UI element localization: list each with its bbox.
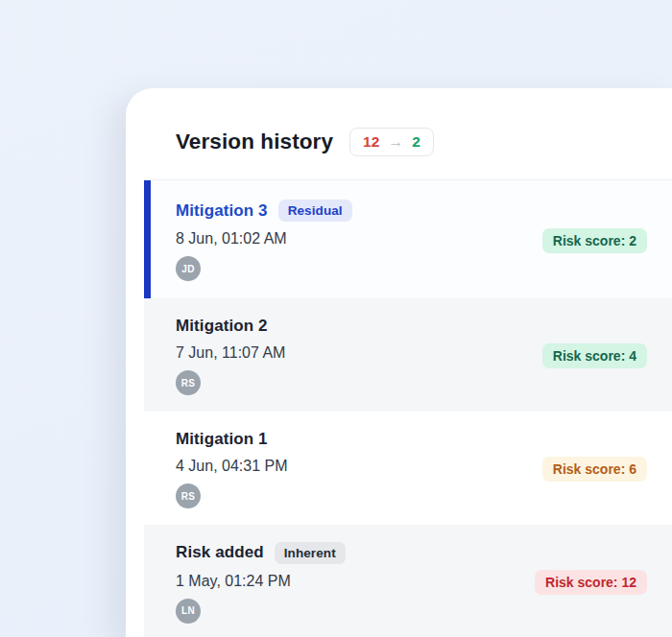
risk-change-badge: 12 → 2 [349, 128, 434, 156]
page-title: Version history [176, 130, 333, 154]
version-title: Mitigation 2 [176, 317, 268, 336]
avatar: RS [176, 370, 201, 395]
risk-before-value: 12 [363, 133, 379, 151]
avatar: LN [176, 599, 201, 624]
version-row[interactable]: Mitigation 2 7 Jun, 11:07 AM RS Risk sco… [144, 298, 672, 412]
version-timestamp: 7 Jun, 11:07 AM [176, 344, 285, 362]
avatar: JD [176, 256, 201, 281]
version-title: Risk added [176, 543, 264, 562]
version-history-card: Version history 12 → 2 Mitigation 3 Resi… [126, 88, 672, 637]
selected-indicator-bar [144, 180, 151, 298]
version-timestamp: 8 Jun, 01:02 AM [176, 230, 352, 248]
version-title-line: Risk added Inherent [176, 542, 346, 564]
version-title-line: Mitigation 3 Residual [176, 200, 352, 222]
version-timestamp: 1 May, 01:24 PM [176, 573, 346, 590]
arrow-right-icon: → [388, 133, 403, 151]
version-row[interactable]: Risk added Inherent 1 May, 01:24 PM LN R… [144, 525, 672, 637]
version-row[interactable]: Mitigation 1 4 Jun, 04:31 PM RS Risk sco… [144, 412, 672, 525]
version-row-main: Risk added Inherent 1 May, 01:24 PM LN [176, 542, 346, 624]
version-row-main: Mitigation 3 Residual 8 Jun, 01:02 AM JD [176, 200, 352, 281]
version-row-main: Mitigation 1 4 Jun, 04:31 PM RS [176, 430, 288, 508]
version-title-line: Mitigation 1 [176, 430, 288, 449]
version-title-line: Mitigation 2 [176, 317, 285, 336]
version-tag-badge: Inherent [275, 542, 346, 564]
card-header: Version history 12 → 2 [126, 88, 672, 179]
version-timestamp: 4 Jun, 04:31 PM [176, 458, 288, 475]
avatar: RS [176, 484, 201, 508]
risk-score-badge: Risk score: 12 [535, 570, 647, 595]
version-row[interactable]: Mitigation 3 Residual 8 Jun, 01:02 AM JD… [144, 180, 672, 298]
version-row-main: Mitigation 2 7 Jun, 11:07 AM RS [176, 317, 285, 395]
version-list: Mitigation 3 Residual 8 Jun, 01:02 AM JD… [144, 179, 672, 637]
version-tag-badge: Residual [278, 200, 352, 222]
risk-score-badge: Risk score: 6 [542, 457, 647, 482]
version-title: Mitigation 1 [176, 430, 268, 449]
risk-score-badge: Risk score: 4 [542, 343, 647, 368]
risk-after-value: 2 [412, 133, 420, 151]
risk-score-badge: Risk score: 2 [542, 228, 647, 253]
version-title: Mitigation 3 [176, 201, 268, 221]
